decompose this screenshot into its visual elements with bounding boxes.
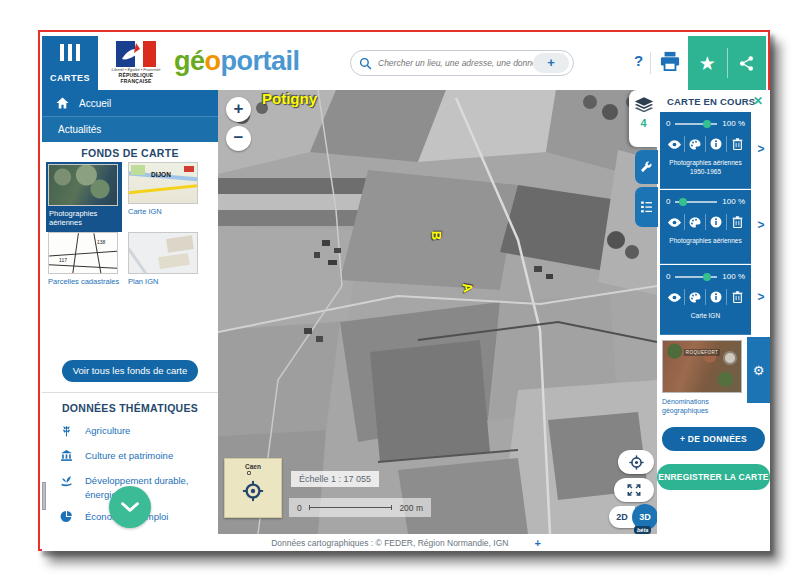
zoom-out-button[interactable]: − bbox=[226, 126, 251, 151]
layer-card-carte-ign: 0 100 % Carte IGN bbox=[660, 265, 751, 335]
beta-badge: béta bbox=[634, 526, 651, 534]
overview-minimap[interactable]: Caen bbox=[224, 458, 282, 518]
opacity-slider[interactable] bbox=[675, 276, 717, 278]
toggle-3d-label: 3D bbox=[639, 512, 651, 522]
sidebar-item-accueil[interactable]: Accueil bbox=[42, 90, 218, 116]
cartes-menu-button[interactable]: CARTES bbox=[42, 36, 98, 90]
denominations-layer-thumbnail[interactable]: ROQUEFORT bbox=[662, 340, 742, 393]
top-header: CARTES Liberté • Égalité • Fraternité RÉ… bbox=[42, 36, 766, 90]
info-button[interactable] bbox=[706, 289, 727, 305]
dimension-toggle: 2D 3D béta bbox=[609, 504, 657, 530]
style-palette-button[interactable] bbox=[685, 136, 706, 152]
share-button[interactable] bbox=[728, 36, 767, 90]
museum-icon bbox=[60, 449, 75, 462]
layer-name: Photographies aériennes 1950-1965 bbox=[660, 156, 751, 180]
opacity-slider[interactable] bbox=[675, 123, 717, 125]
print-button[interactable] bbox=[659, 51, 681, 75]
visibility-button[interactable] bbox=[664, 214, 685, 230]
opacity-max-label: 100 % bbox=[722, 272, 745, 281]
toggle-3d-button[interactable]: 3D béta bbox=[632, 504, 657, 530]
info-button[interactable] bbox=[706, 136, 727, 152]
search-add-button[interactable]: + bbox=[533, 53, 569, 73]
tools-tab[interactable] bbox=[635, 150, 658, 184]
sidebar-item-actualites[interactable]: Actualités bbox=[42, 116, 218, 142]
legend-list-icon bbox=[640, 200, 653, 215]
basemap-label: Photographies aériennes bbox=[48, 209, 120, 230]
opacity-min-label: 0 bbox=[666, 119, 670, 128]
opacity-max-label: 100 % bbox=[722, 197, 745, 206]
wrench-icon bbox=[640, 161, 653, 174]
thumbnail-emblem bbox=[723, 351, 737, 365]
visibility-button[interactable] bbox=[664, 136, 685, 152]
delete-layer-button[interactable] bbox=[727, 289, 747, 305]
layer-expand-chevron[interactable]: > bbox=[753, 142, 769, 156]
layer-card-photographies-1950-1965: 0 100 % Photographies aériennes 1950-196… bbox=[660, 112, 751, 189]
opacity-slider-row: 0 100 % bbox=[660, 190, 751, 210]
see-all-basemaps-button[interactable]: Voir tous les fonds de carte bbox=[62, 360, 198, 382]
minimap-city-label: Caen bbox=[245, 463, 261, 470]
layers-icon bbox=[634, 96, 654, 112]
basemap-parcelles-cadastrales[interactable]: 117 138 Parcelles cadastrales bbox=[48, 232, 120, 286]
geolocate-button[interactable] bbox=[618, 450, 654, 474]
basemap-label: Parcelles cadastrales bbox=[48, 277, 120, 286]
scale-end: 200 m bbox=[399, 503, 423, 513]
delete-layer-button[interactable] bbox=[727, 214, 747, 230]
layer-settings-tab[interactable]: ⚙ bbox=[747, 337, 770, 403]
parcel-number: 117 bbox=[59, 257, 67, 263]
style-palette-button[interactable] bbox=[685, 289, 706, 305]
opacity-min-label: 0 bbox=[666, 197, 670, 206]
layer-name: Photographies aériennes bbox=[660, 234, 751, 249]
geoportail-logo: géoportail bbox=[174, 46, 300, 77]
basemap-carte-ign[interactable]: DIJON Carte IGN bbox=[128, 162, 200, 216]
opacity-min-label: 0 bbox=[666, 272, 670, 281]
map-viewport[interactable]: + − Potigny B A Caen Échelle 1 : 17 055 … bbox=[218, 90, 657, 534]
basemap-plan-ign[interactable]: Plan IGN bbox=[128, 232, 200, 286]
layer-expand-chevron[interactable]: > bbox=[753, 218, 769, 232]
denominations-layer-label[interactable]: Dénominations géographiques bbox=[662, 397, 746, 416]
thumbnail-place-label: ROQUEFORT bbox=[684, 349, 720, 356]
thematic-label: Culture et patrimoine bbox=[85, 449, 203, 463]
opacity-slider-thumb[interactable] bbox=[703, 120, 711, 128]
layers-tab[interactable]: 4 bbox=[629, 90, 658, 147]
fullscreen-button[interactable] bbox=[614, 478, 654, 502]
delete-layer-button[interactable] bbox=[727, 136, 747, 152]
ign-map-thumbnail: DIJON bbox=[128, 162, 198, 204]
marianne-name: RÉPUBLIQUE FRANÇAISE bbox=[106, 72, 166, 84]
style-palette-button[interactable] bbox=[685, 214, 706, 230]
sidebar-divider bbox=[42, 392, 218, 393]
thematic-item-agriculture[interactable]: Agriculture bbox=[42, 424, 218, 449]
legend-tab[interactable] bbox=[635, 187, 658, 227]
search-input[interactable] bbox=[378, 58, 533, 68]
zoom-in-button[interactable]: + bbox=[226, 97, 251, 122]
visibility-button[interactable] bbox=[664, 289, 685, 305]
help-button[interactable]: ? bbox=[634, 52, 643, 69]
app-window: CARTES Liberté • Égalité • Fraternité RÉ… bbox=[38, 30, 770, 551]
plan-thumbnail bbox=[128, 232, 198, 274]
save-map-button[interactable]: ENREGISTRER LA CARTE bbox=[657, 464, 770, 490]
expand-more-button[interactable] bbox=[109, 486, 151, 528]
basemap-photographies-aeriennes[interactable]: Photographies aériennes bbox=[46, 162, 122, 232]
thematic-item-culture[interactable]: Culture et patrimoine bbox=[42, 449, 218, 474]
info-button[interactable] bbox=[706, 214, 727, 230]
logo-ge: gé bbox=[174, 46, 205, 76]
attribution-text: Données cartographiques : © FEDER, Régio… bbox=[271, 538, 508, 548]
geolocate-icon bbox=[628, 454, 645, 471]
wheat-icon bbox=[60, 424, 75, 438]
star-icon: ★ bbox=[699, 54, 716, 73]
scale-bar: 0 200 m bbox=[289, 498, 431, 517]
attribution-expand-button[interactable]: + bbox=[534, 537, 540, 549]
opacity-slider-thumb[interactable] bbox=[703, 273, 711, 281]
chevron-down-icon bbox=[120, 501, 140, 513]
close-panel-button[interactable]: ✕ bbox=[753, 94, 763, 108]
opacity-slider-thumb[interactable] bbox=[679, 198, 687, 206]
opacity-slider[interactable] bbox=[675, 201, 717, 203]
layer-expand-chevron[interactable]: > bbox=[753, 290, 769, 304]
left-sidebar: Accueil Actualités FONDS DE CARTE Photog… bbox=[42, 90, 218, 534]
cartes-label: CARTES bbox=[42, 73, 98, 83]
sidebar-scrollbar[interactable] bbox=[42, 482, 46, 510]
search-bar[interactable]: + bbox=[350, 50, 574, 76]
attribution-bar: Données cartographiques : © FEDER, Régio… bbox=[42, 534, 770, 551]
more-data-button[interactable]: + DE DONNÉES bbox=[662, 427, 765, 451]
printer-icon bbox=[659, 51, 681, 71]
favorites-button[interactable]: ★ bbox=[688, 36, 727, 90]
